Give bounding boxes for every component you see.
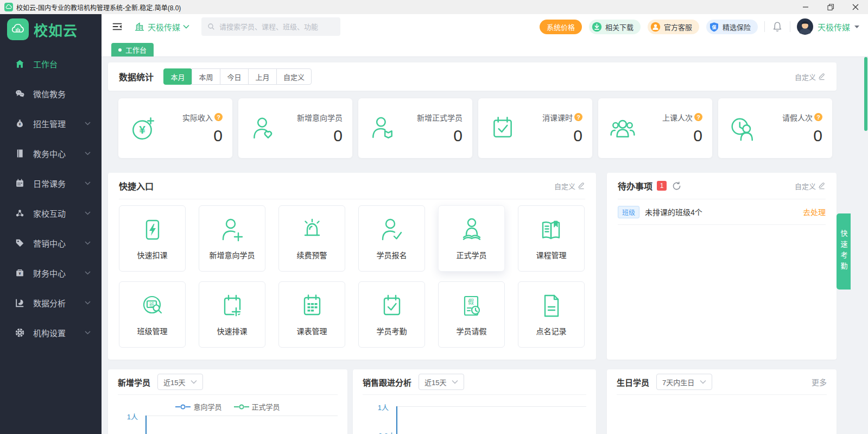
customer-service-button[interactable]: 官方客服 — [648, 20, 699, 34]
calendar-icon — [15, 178, 25, 188]
stat-card-income[interactable]: ¥ 实际收入? 0 — [118, 98, 232, 158]
global-search — [201, 17, 340, 36]
restore-button[interactable] — [818, 0, 843, 14]
person-book-icon — [369, 115, 396, 142]
sidebar-item-academic[interactable]: 教务中心 — [0, 139, 102, 168]
sidebar-item-marketing[interactable]: 营销中心 — [0, 228, 102, 258]
tab-label: 工作台 — [125, 45, 147, 55]
app-logo-text: 校如云 — [34, 20, 78, 40]
divider — [363, 394, 586, 395]
shortcut-timetable[interactable]: 课表管理 — [278, 281, 345, 348]
stat-card-new-formal-students[interactable]: 新增正式学员 0 — [358, 98, 472, 158]
pill-label: 相关下载 — [605, 22, 633, 32]
shortcut-student-attendance[interactable]: 学员考勤 — [358, 281, 425, 348]
help-icon[interactable]: ? — [814, 113, 822, 121]
filter-last-month[interactable]: 上月 — [248, 68, 277, 85]
sidebar-item-home-school[interactable]: 家校互动 — [0, 198, 102, 228]
new-students-period-select[interactable]: 近15天 — [157, 374, 203, 390]
legend-intent-students[interactable]: 意向学员 — [175, 401, 221, 412]
shortcut-add-intent-student[interactable]: 新增意向学员 — [199, 205, 265, 272]
tab-active-dot — [118, 48, 122, 52]
downloads-button[interactable]: 相关下载 — [589, 20, 641, 34]
shortcut-label: 续费预警 — [297, 249, 327, 260]
chart-gridline — [396, 406, 586, 407]
quick-attendance-label: 快速考勤 — [839, 230, 849, 273]
minimize-button[interactable] — [793, 0, 818, 14]
shortcut-label: 班级管理 — [137, 325, 168, 336]
pencil-icon — [818, 73, 826, 80]
shortcuts-customize-button[interactable]: 自定义 — [554, 181, 585, 191]
chart-gridline — [145, 416, 338, 416]
shortcut-course-management[interactable]: 课程管理 — [518, 205, 585, 272]
sidebar-item-enrollment[interactable]: ¥ 招生管理 — [0, 109, 102, 139]
todo-item-action-link[interactable]: 去处理 — [803, 206, 826, 217]
customize-label: 自定义 — [795, 181, 816, 191]
sidebar-logo[interactable]: 校如云 — [0, 14, 102, 45]
sales-period-select[interactable]: 近15天 — [419, 374, 464, 390]
shortcut-label: 点名记录 — [536, 325, 567, 336]
legend-formal-students[interactable]: 正式学员 — [234, 401, 280, 412]
stat-value: 0 — [333, 127, 343, 145]
stats-customize-button[interactable]: 自定义 — [795, 72, 826, 82]
help-icon[interactable]: ? — [694, 113, 702, 121]
refresh-icon[interactable] — [672, 181, 681, 191]
class-search-icon: 班 — [140, 291, 166, 321]
filter-this-month[interactable]: 本月 — [163, 68, 192, 85]
close-button[interactable] — [843, 0, 868, 14]
todo-customize-button[interactable]: 自定义 — [795, 181, 826, 191]
shortcut-student-enroll[interactable]: 学员报名 — [358, 205, 425, 272]
shortcut-quick-deduct[interactable]: 快速扣课 — [119, 205, 186, 272]
search-input[interactable] — [219, 23, 333, 31]
topbar: 天极传媒 系统价格 相关下载 官方客服 保 精选保险 — [102, 14, 868, 39]
sidebar-item-label: 招生管理 — [33, 118, 66, 129]
shortcut-formal-students[interactable]: 正式学员 — [438, 205, 505, 272]
stat-card-new-intent-students[interactable]: 新增意向学员 0 — [238, 98, 352, 158]
sidebar-item-finance[interactable]: ¥ 财务中心 — [0, 258, 102, 288]
insurance-button[interactable]: 保 精选保险 — [706, 20, 758, 34]
filter-custom[interactable]: 自定义 — [276, 68, 312, 85]
shortcut-label: 课程管理 — [536, 249, 567, 260]
new-students-title: 新增学员 — [118, 376, 150, 388]
stat-card-leave-count[interactable]: 请假人次? 0 — [718, 98, 832, 158]
divider — [790, 21, 790, 32]
collapse-menu-icon[interactable] — [111, 21, 123, 32]
shortcut-class-management[interactable]: 班 班级管理 — [119, 281, 186, 348]
shortcut-renewal-warning[interactable]: 续费预警 — [278, 205, 345, 272]
quick-attendance-tab[interactable]: 快速考勤 — [837, 213, 851, 290]
notifications-bell-icon[interactable] — [771, 20, 783, 33]
person-heart-icon — [249, 115, 276, 142]
chevron-down-icon — [85, 211, 91, 215]
sidebar-item-settings[interactable]: 机构设置 — [0, 318, 102, 348]
shortcut-quick-schedule[interactable]: 快速排课 — [199, 281, 265, 348]
topbar-right: 系统价格 相关下载 官方客服 保 精选保险 天极传媒 — [533, 18, 859, 35]
stat-label: 新增意向学员 — [297, 112, 343, 123]
stats-filter-group: 本月 本周 今日 上月 自定义 — [163, 68, 312, 85]
tab-workbench[interactable]: 工作台 — [111, 43, 154, 56]
sidebar-item-wechat[interactable]: 微信教务 — [0, 79, 102, 109]
stat-value: 0 — [693, 127, 702, 145]
help-icon[interactable]: ? — [574, 113, 582, 121]
sidebar-item-analytics[interactable]: 数据分析 — [0, 288, 102, 318]
filter-this-week[interactable]: 本周 — [192, 68, 220, 85]
birthday-more-link[interactable]: 更多 — [812, 376, 827, 387]
birthday-period-select[interactable]: 7天内生日 — [656, 374, 712, 390]
scrollbar-thumb[interactable] — [864, 57, 867, 131]
app-window: 校如云-国内专业的教培机构管理系统-全新.稳定.简单(8.0) 校如云 工作台 — [0, 0, 868, 434]
org-switcher[interactable]: 天极传媒 — [134, 21, 189, 33]
shortcut-label: 新增意向学员 — [210, 249, 255, 260]
service-icon — [650, 22, 661, 32]
stat-card-attendance-count[interactable]: 上课人次? 0 — [598, 98, 712, 158]
stat-card-consumed-hours[interactable]: 消课课时? 0 — [478, 98, 592, 158]
help-icon[interactable]: ? — [214, 113, 223, 121]
sidebar-item-daily-courses[interactable]: 日常课务 — [0, 168, 102, 198]
system-price-button[interactable]: 系统价格 — [540, 20, 582, 34]
window-titlebar: 校如云-国内专业的教培机构管理系统-全新.稳定.简单(8.0) — [0, 0, 868, 14]
user-menu[interactable]: 天极传媒 — [797, 18, 859, 35]
chart-y-axis — [145, 416, 147, 434]
filter-today[interactable]: 今日 — [220, 68, 249, 85]
shortcut-rollcall-records[interactable]: 点名记录 — [518, 281, 585, 348]
shortcut-student-leave[interactable]: 假 学员请假 — [438, 281, 505, 348]
stat-cards-row: ¥ 实际收入? 0 新增意向学员 0 新增正式学员 0 — [118, 98, 832, 158]
divider — [118, 394, 338, 395]
sidebar-item-workbench[interactable]: 工作台 — [0, 49, 102, 79]
